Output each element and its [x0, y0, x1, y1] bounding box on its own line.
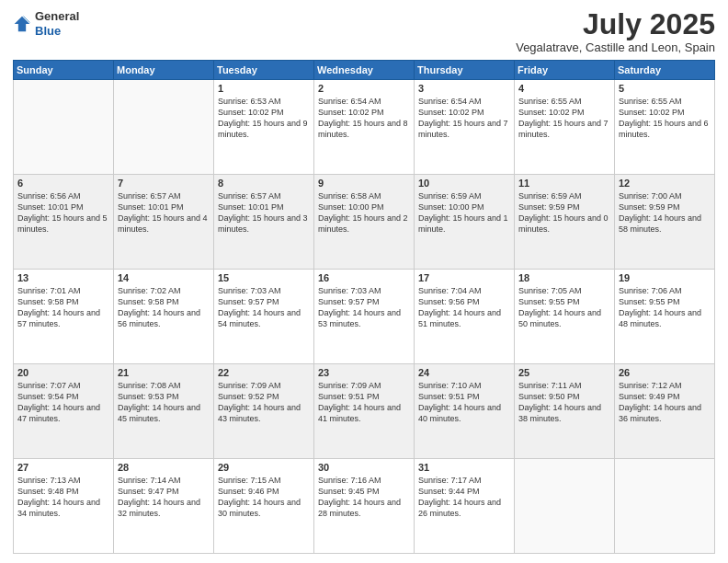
day-number: 21: [118, 367, 210, 378]
day-number: 20: [17, 367, 109, 378]
calendar-cell: 21Sunrise: 7:08 AM Sunset: 9:53 PM Dayli…: [114, 364, 214, 459]
calendar-cell: 16Sunrise: 7:03 AM Sunset: 9:57 PM Dayli…: [314, 270, 415, 364]
calendar-cell: 19Sunrise: 7:06 AM Sunset: 9:55 PM Dayli…: [615, 270, 715, 364]
cell-info: Sunrise: 7:14 AM Sunset: 9:47 PM Dayligh…: [118, 475, 210, 520]
calendar-week-5: 27Sunrise: 7:13 AM Sunset: 9:48 PM Dayli…: [14, 459, 715, 554]
logo-text: General Blue: [35, 9, 79, 38]
day-number: 19: [619, 272, 711, 283]
logo: General Blue: [13, 9, 79, 38]
day-number: 24: [418, 367, 510, 378]
cell-info: Sunrise: 7:12 AM Sunset: 9:49 PM Dayligh…: [619, 380, 711, 425]
title-block: July 2025 Vegalatrave, Castille and Leon…: [516, 9, 715, 54]
calendar-week-1: 1Sunrise: 6:53 AM Sunset: 10:02 PM Dayli…: [14, 80, 715, 175]
calendar-header-row: SundayMondayTuesdayWednesdayThursdayFrid…: [14, 61, 715, 80]
cell-info: Sunrise: 7:01 AM Sunset: 9:58 PM Dayligh…: [17, 285, 109, 330]
day-number: 18: [518, 272, 610, 283]
day-number: 27: [17, 462, 109, 473]
day-number: 23: [318, 367, 410, 378]
calendar-cell: 1Sunrise: 6:53 AM Sunset: 10:02 PM Dayli…: [214, 80, 314, 175]
cell-info: Sunrise: 7:02 AM Sunset: 9:58 PM Dayligh…: [118, 285, 210, 330]
calendar-cell: 2Sunrise: 6:54 AM Sunset: 10:02 PM Dayli…: [314, 80, 415, 175]
cell-info: Sunrise: 7:13 AM Sunset: 9:48 PM Dayligh…: [17, 475, 109, 520]
cell-info: Sunrise: 6:54 AM Sunset: 10:02 PM Daylig…: [318, 96, 410, 141]
day-number: 15: [218, 272, 310, 283]
cell-info: Sunrise: 7:07 AM Sunset: 9:54 PM Dayligh…: [17, 380, 109, 425]
calendar-cell: [515, 459, 615, 554]
day-number: 10: [418, 178, 510, 189]
weekday-header-thursday: Thursday: [415, 61, 515, 80]
calendar-cell: 10Sunrise: 6:59 AM Sunset: 10:00 PM Dayl…: [415, 175, 515, 270]
svg-marker-0: [15, 16, 30, 31]
calendar-cell: 18Sunrise: 7:05 AM Sunset: 9:55 PM Dayli…: [515, 270, 615, 364]
day-number: 2: [318, 83, 410, 94]
weekday-header-tuesday: Tuesday: [214, 61, 314, 80]
day-number: 17: [418, 272, 510, 283]
calendar-cell: 11Sunrise: 6:59 AM Sunset: 9:59 PM Dayli…: [515, 175, 615, 270]
day-number: 31: [418, 462, 510, 473]
calendar-cell: 4Sunrise: 6:55 AM Sunset: 10:02 PM Dayli…: [515, 80, 615, 175]
cell-info: Sunrise: 6:56 AM Sunset: 10:01 PM Daylig…: [17, 190, 109, 236]
cell-info: Sunrise: 6:59 AM Sunset: 10:00 PM Daylig…: [418, 190, 510, 236]
calendar-cell: 23Sunrise: 7:09 AM Sunset: 9:51 PM Dayli…: [314, 364, 415, 459]
calendar-table: SundayMondayTuesdayWednesdayThursdayFrid…: [13, 60, 715, 554]
weekday-header-friday: Friday: [515, 61, 615, 80]
day-number: 12: [619, 178, 711, 189]
cell-info: Sunrise: 7:11 AM Sunset: 9:50 PM Dayligh…: [518, 380, 610, 425]
cell-info: Sunrise: 7:15 AM Sunset: 9:46 PM Dayligh…: [218, 475, 310, 520]
page: General Blue July 2025 Vegalatrave, Cast…: [0, 0, 728, 563]
day-number: 1: [218, 83, 310, 94]
logo-icon: [13, 15, 31, 33]
logo-blue: Blue: [35, 24, 79, 39]
calendar-cell: 29Sunrise: 7:15 AM Sunset: 9:46 PM Dayli…: [214, 459, 314, 554]
calendar-cell: 9Sunrise: 6:58 AM Sunset: 10:00 PM Dayli…: [314, 175, 415, 270]
cell-info: Sunrise: 7:00 AM Sunset: 9:59 PM Dayligh…: [619, 190, 711, 236]
day-number: 28: [118, 462, 210, 473]
cell-info: Sunrise: 7:09 AM Sunset: 9:52 PM Dayligh…: [218, 380, 310, 425]
day-number: 4: [518, 83, 610, 94]
cell-info: Sunrise: 7:03 AM Sunset: 9:57 PM Dayligh…: [318, 285, 410, 330]
calendar-cell: 20Sunrise: 7:07 AM Sunset: 9:54 PM Dayli…: [14, 364, 114, 459]
calendar-cell: 17Sunrise: 7:04 AM Sunset: 9:56 PM Dayli…: [415, 270, 515, 364]
calendar-cell: 30Sunrise: 7:16 AM Sunset: 9:45 PM Dayli…: [314, 459, 415, 554]
cell-info: Sunrise: 6:59 AM Sunset: 9:59 PM Dayligh…: [518, 190, 610, 236]
cell-info: Sunrise: 6:53 AM Sunset: 10:02 PM Daylig…: [218, 96, 310, 141]
calendar-week-2: 6Sunrise: 6:56 AM Sunset: 10:01 PM Dayli…: [14, 175, 715, 270]
calendar-cell: 22Sunrise: 7:09 AM Sunset: 9:52 PM Dayli…: [214, 364, 314, 459]
calendar-cell: 24Sunrise: 7:10 AM Sunset: 9:51 PM Dayli…: [415, 364, 515, 459]
calendar-cell: 27Sunrise: 7:13 AM Sunset: 9:48 PM Dayli…: [14, 459, 114, 554]
cell-info: Sunrise: 7:08 AM Sunset: 9:53 PM Dayligh…: [118, 380, 210, 425]
cell-info: Sunrise: 6:54 AM Sunset: 10:02 PM Daylig…: [418, 96, 510, 141]
day-number: 22: [218, 367, 310, 378]
day-number: 16: [318, 272, 410, 283]
calendar-cell: 8Sunrise: 6:57 AM Sunset: 10:01 PM Dayli…: [214, 175, 314, 270]
cell-info: Sunrise: 7:04 AM Sunset: 9:56 PM Dayligh…: [418, 285, 510, 330]
day-number: 26: [619, 367, 711, 378]
calendar-cell: 3Sunrise: 6:54 AM Sunset: 10:02 PM Dayli…: [415, 80, 515, 175]
logo-general: General: [35, 9, 79, 24]
weekday-header-saturday: Saturday: [615, 61, 715, 80]
day-number: 7: [118, 178, 210, 189]
calendar-cell: [14, 80, 114, 175]
day-number: 8: [218, 178, 310, 189]
calendar-cell: 26Sunrise: 7:12 AM Sunset: 9:49 PM Dayli…: [615, 364, 715, 459]
header: General Blue July 2025 Vegalatrave, Cast…: [13, 9, 715, 54]
cell-info: Sunrise: 7:16 AM Sunset: 9:45 PM Dayligh…: [318, 475, 410, 520]
calendar-cell: 14Sunrise: 7:02 AM Sunset: 9:58 PM Dayli…: [114, 270, 214, 364]
calendar-cell: 12Sunrise: 7:00 AM Sunset: 9:59 PM Dayli…: [615, 175, 715, 270]
day-number: 30: [318, 462, 410, 473]
day-number: 13: [17, 272, 109, 283]
calendar-cell: 13Sunrise: 7:01 AM Sunset: 9:58 PM Dayli…: [14, 270, 114, 364]
day-number: 14: [118, 272, 210, 283]
weekday-header-monday: Monday: [114, 61, 214, 80]
calendar-week-3: 13Sunrise: 7:01 AM Sunset: 9:58 PM Dayli…: [14, 270, 715, 364]
cell-info: Sunrise: 6:55 AM Sunset: 10:02 PM Daylig…: [619, 96, 711, 141]
cell-info: Sunrise: 6:57 AM Sunset: 10:01 PM Daylig…: [218, 190, 310, 236]
day-number: 9: [318, 178, 410, 189]
calendar-week-4: 20Sunrise: 7:07 AM Sunset: 9:54 PM Dayli…: [14, 364, 715, 459]
calendar-cell: 6Sunrise: 6:56 AM Sunset: 10:01 PM Dayli…: [14, 175, 114, 270]
calendar-body: 1Sunrise: 6:53 AM Sunset: 10:02 PM Dayli…: [14, 80, 715, 554]
day-number: 29: [218, 462, 310, 473]
weekday-header-wednesday: Wednesday: [314, 61, 415, 80]
cell-info: Sunrise: 7:09 AM Sunset: 9:51 PM Dayligh…: [318, 380, 410, 425]
day-number: 11: [518, 178, 610, 189]
